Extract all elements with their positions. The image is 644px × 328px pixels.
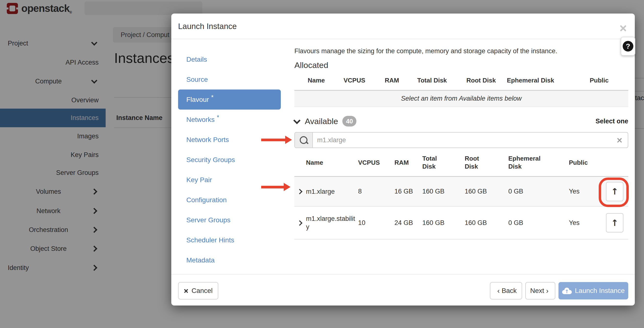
flavour-root-disk: 160 GB — [465, 188, 508, 195]
available-count-badge: 40 — [342, 116, 356, 127]
flavour-total-disk: 160 GB — [422, 219, 465, 227]
col-vcpus: VCPUS — [358, 159, 394, 167]
cancel-button[interactable]: Cancel — [178, 282, 218, 300]
tab-server-groups[interactable]: Server Groups — [178, 210, 281, 230]
flavour-name: m1.xlarge — [306, 187, 358, 196]
cloud-upload-icon: ↑ — [562, 288, 572, 294]
flavour-vcpus: 10 — [358, 219, 394, 227]
annotation-circle-allocate-button — [599, 177, 629, 207]
flavour-search — [294, 132, 628, 148]
col-vcpus: VCPUS — [344, 76, 385, 84]
step-description: Flavours manage the sizing for the compu… — [294, 47, 557, 55]
x-icon — [184, 288, 188, 293]
flavour-public: Yes — [569, 219, 601, 227]
flavour-row-m1-xlarge[interactable]: m1.xlarge 8 16 GB 160 GB 160 GB 0 GB Yes… — [294, 176, 628, 206]
available-section-bar: Available 40 Select one — [294, 115, 628, 127]
clear-search-icon[interactable] — [616, 137, 622, 143]
allocate-flavour-button[interactable]: ↑ — [606, 213, 624, 232]
flavour-row-m1-xlarge-stability[interactable]: m1.xlarge.stability 10 24 GB 160 GB 160 … — [294, 206, 628, 239]
chevron-left-icon: ‹ — [497, 287, 500, 295]
launch-instance-modal: Launch Instance ? Details Source Flavour… — [171, 13, 635, 306]
col-ephemeral-disk: EphemeralDisk — [508, 155, 569, 170]
wizard-nav: Details Source Flavour* Networks* Networ… — [178, 49, 281, 270]
next-button[interactable]: Next› — [525, 282, 555, 300]
select-one-hint: Select one — [596, 118, 628, 125]
tab-flavour[interactable]: Flavour* — [178, 90, 281, 110]
tab-details[interactable]: Details — [178, 49, 281, 69]
tab-configuration[interactable]: Configuration — [178, 190, 281, 210]
col-root-disk: RootDisk — [465, 155, 508, 170]
expand-row-icon[interactable] — [294, 188, 306, 195]
allocated-table-header: Name VCPUS RAM Total Disk Root Disk Ephe… — [294, 75, 628, 85]
flavour-ephemeral-disk: 0 GB — [508, 219, 569, 227]
annotation-arrow-row — [261, 186, 284, 188]
col-total-disk: TotalDisk — [422, 155, 465, 170]
launch-instance-button[interactable]: ↑Launch Instance — [558, 282, 628, 300]
flavour-vcpus: 8 — [358, 188, 394, 195]
available-heading: Available — [305, 117, 338, 126]
flavour-ram: 24 GB — [394, 219, 422, 227]
annotation-arrow-search — [261, 139, 286, 141]
col-ram: RAM — [394, 159, 422, 167]
col-name: Name — [294, 76, 344, 84]
flavour-ephemeral-disk: 0 GB — [508, 188, 569, 195]
allocated-empty-message: Select an item from Available items belo… — [294, 90, 628, 107]
back-button[interactable]: ‹Back — [490, 282, 522, 300]
col-total-disk: Total Disk — [417, 76, 466, 84]
col-name: Name — [306, 159, 358, 167]
flavour-total-disk: 160 GB — [422, 188, 465, 195]
modal-title: Launch Instance — [178, 13, 237, 39]
col-public: Public — [590, 76, 628, 84]
footer-divider — [171, 274, 635, 275]
flavour-name: m1.xlarge.stability — [306, 215, 358, 231]
col-ram: RAM — [385, 76, 417, 84]
flavour-step-content: Flavours manage the sizing for the compu… — [294, 13, 628, 306]
allocated-heading: Allocated — [294, 60, 328, 70]
tab-networks[interactable]: Networks* — [178, 110, 281, 130]
chevron-right-icon: › — [546, 287, 548, 295]
flavour-ram: 16 GB — [394, 188, 422, 195]
collapse-chevron-icon[interactable] — [294, 117, 301, 124]
tab-scheduler-hints[interactable]: Scheduler Hints — [178, 230, 281, 250]
tab-security-groups[interactable]: Security Groups — [178, 150, 281, 170]
search-input[interactable] — [313, 133, 616, 148]
flavour-public: Yes — [569, 188, 601, 195]
required-asterisk: * — [211, 94, 214, 101]
col-ephemeral-disk: Ephemeral Disk — [507, 76, 590, 84]
arrow-up-icon: ↑ — [611, 218, 618, 228]
app-root: openstack® Project API Access Compute Ov… — [0, 0, 644, 328]
required-asterisk: * — [217, 114, 219, 121]
col-public: Public — [569, 159, 601, 167]
tab-source[interactable]: Source — [178, 69, 281, 90]
col-root-disk: Root Disk — [466, 76, 507, 84]
search-addon — [295, 133, 313, 148]
tab-metadata[interactable]: Metadata — [178, 250, 281, 270]
available-table-header: Name VCPUS RAM TotalDisk RootDisk Epheme… — [294, 153, 628, 172]
search-icon — [300, 136, 308, 144]
flavour-root-disk: 160 GB — [465, 219, 508, 227]
expand-row-icon[interactable] — [294, 219, 306, 227]
